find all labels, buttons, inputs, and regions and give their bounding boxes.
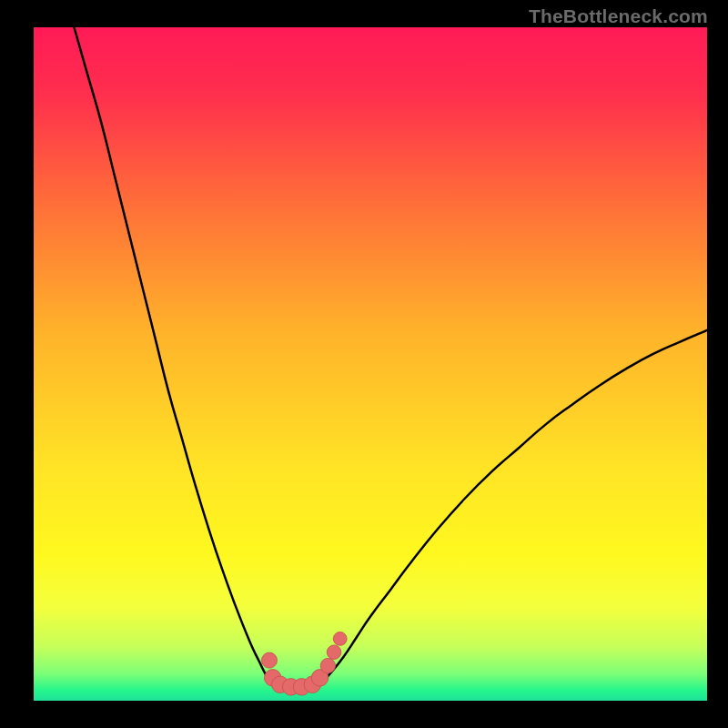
chart-frame: TheBottleneck.com — [0, 0, 728, 728]
curve-right-segment — [321, 330, 707, 683]
plot-area — [34, 27, 707, 701]
bottleneck-curve — [34, 27, 707, 701]
data-marker — [327, 645, 341, 660]
watermark-text: TheBottleneck.com — [529, 5, 708, 27]
data-marker — [261, 652, 277, 668]
data-marker — [333, 632, 347, 646]
data-markers — [261, 632, 347, 696]
curve-left-segment — [74, 27, 271, 683]
data-marker — [320, 658, 335, 672]
